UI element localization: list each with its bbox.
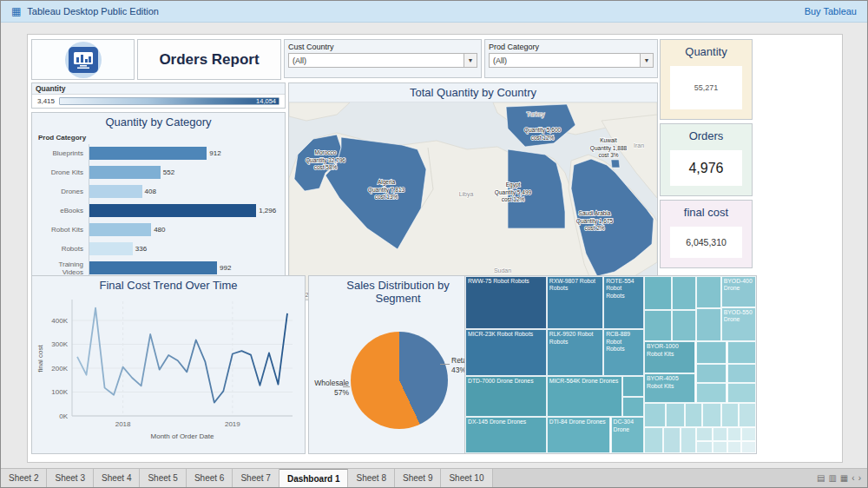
sheet-tab-sheet-6[interactable]: Sheet 6 [187,469,233,487]
cust-country-select[interactable]: (All) ▼ [288,53,477,68]
bar-mark[interactable] [89,261,217,274]
bar-value-label: 912 [209,149,220,157]
map-canvas[interactable]: MoroccoQuantity 32,796cost 58%AlgeriaQua… [289,102,657,300]
chart-title: Quantity by Category [32,113,285,131]
sheet-tab-bar: Sheet 2Sheet 3Sheet 4Sheet 5Sheet 6Sheet… [1,468,867,487]
chevron-down-icon[interactable]: ▼ [640,54,653,67]
treemap-tile-small[interactable] [644,427,663,453]
treemap-tile-small[interactable] [713,427,727,440]
treemap-tile[interactable]: ROTE-554 Robot Robots [603,276,644,329]
sheet-tab-sheet-4[interactable]: Sheet 4 [94,469,140,487]
prod-category-select[interactable]: (All) ▼ [489,53,654,68]
treemap-tile-small[interactable] [696,427,712,440]
kpi-value: 4,976 [688,161,723,176]
treemap-tile[interactable]: RLK-9920 Robot Robots [547,329,603,376]
bar-mark[interactable] [89,166,161,179]
treemap-tile-small[interactable] [663,427,681,453]
treemap-tile-small[interactable] [644,310,672,342]
show-tabs-icon[interactable]: ▦ [840,473,848,483]
filter-label: Prod Category [485,40,657,53]
app-title: Tableau Desktop Public Edition [27,6,159,16]
bar-value-label: 1,296 [259,207,276,214]
treemap-tile-small[interactable] [622,376,644,396]
pie-chart[interactable] [351,332,448,429]
treemap-tile-small[interactable] [622,397,644,417]
report-title-box: Orders Report [137,39,281,80]
sheet-tab-sheet-9[interactable]: Sheet 9 [395,469,441,487]
sheet-tab-sheet-7[interactable]: Sheet 7 [233,469,279,487]
buy-tableau-link[interactable]: Buy Tableau [805,6,857,16]
bar-mark[interactable] [89,204,256,217]
sheet-tab-dashboard-1[interactable]: Dashboard 1 [279,469,349,487]
sheet-tab-sheet-2[interactable]: Sheet 2 [1,469,47,487]
treemap-tile-small[interactable] [696,441,712,453]
treemap-tile-small[interactable] [666,403,685,428]
quantity-range-slider[interactable]: 14,054 [59,97,279,105]
treemap-tile[interactable]: RWW-75 Robot Robots [465,276,547,329]
treemap-tile-small[interactable] [672,276,696,310]
treemap-tile-small[interactable] [696,383,727,402]
map-placename: Sudan [494,267,511,274]
prev-sheet-icon[interactable]: ‹ [852,473,854,483]
treemap-tile[interactable]: DTI-84 Drone Drones [547,417,611,453]
treemap-tile[interactable]: DC-304 Drone [611,417,645,453]
treemap-tile[interactable]: BYOR-1000 Robot Kits [644,341,695,373]
treemap-tile-small[interactable] [727,341,757,364]
treemap-tile-small[interactable] [739,403,756,428]
kpi-value: 55,271 [694,83,719,92]
treemap-tile[interactable]: DTD-7000 Drone Drones [465,376,547,417]
treemap-tile-small[interactable] [741,441,756,453]
sheet-tab-sheet-8[interactable]: Sheet 8 [348,469,394,487]
treemap-tile-small[interactable] [713,441,727,453]
treemap-tile-small[interactable] [727,383,757,402]
treemap-tile[interactable]: RCB-889 Robot Robots [603,329,644,376]
bar-mark[interactable] [89,185,142,198]
next-sheet-icon[interactable]: › [858,473,861,483]
treemap-tile[interactable]: DX-145 Drone Drones [465,417,547,453]
treemap-tile[interactable]: MICR-564K Drone Drones [547,376,622,417]
treemap-tile-small[interactable] [727,441,742,453]
show-filmstrip-icon[interactable]: ▥ [828,473,836,483]
sheet-tab-sheet-3[interactable]: Sheet 3 [47,469,93,487]
treemap-tile-small[interactable] [696,308,720,342]
treemap-tile[interactable]: RXW-9807 Robot Robots [547,276,603,329]
bar-mark[interactable] [89,242,133,255]
treemap-tile-small[interactable] [672,310,696,342]
dashboard-logo [31,39,135,80]
map-country-annotation: Quantity 5,499 [495,188,532,195]
kpi-orders-card: Orders 4,976 [660,123,753,196]
treemap-tile-small[interactable] [696,364,727,383]
map-placename: Turkey [526,111,545,118]
treemap-tile[interactable]: MICR-23K Robot Robots [465,329,547,376]
treemap-tile[interactable]: BYOD-400 Drone [721,276,756,307]
treemap-tile-small[interactable] [685,403,702,428]
treemap-tile-small[interactable] [702,403,721,428]
treemap-tile[interactable]: BYOR-4005 Robot Kits [644,373,695,403]
treemap-tile[interactable]: BYOD-550 Drone [721,307,756,342]
treemap-tile-small[interactable] [696,276,720,308]
treemap-tile-small[interactable] [644,276,672,310]
sheet-tabs: Sheet 2Sheet 3Sheet 4Sheet 5Sheet 6Sheet… [1,469,493,487]
treemap-tile-small[interactable] [696,341,727,364]
cust-country-value: (All) [293,56,306,65]
sheet-tab-sheet-10[interactable]: Sheet 10 [441,469,492,487]
bar-mark[interactable] [89,147,207,160]
treemap-tile-small[interactable] [721,403,739,428]
show-sheet-sorter-icon[interactable]: ▤ [817,473,825,483]
bar-mark[interactable] [89,223,151,236]
final-cost-line[interactable] [77,308,287,403]
title-bar: ▦ Tableau Desktop Public Edition Buy Tab… [1,1,867,23]
country-kuwait[interactable] [611,160,620,168]
treemap-tile-small[interactable] [681,427,696,453]
filter-cust-country: Cust Country (All) ▼ [284,39,482,78]
chevron-down-icon[interactable]: ▼ [464,54,477,67]
treemap-tile-small[interactable] [741,427,756,440]
sheet-tab-sheet-5[interactable]: Sheet 5 [140,469,186,487]
category-label: Robots [38,245,89,253]
category-label: Drones [38,188,89,195]
treemap-tile-small[interactable] [727,364,757,383]
tabbar-icons: ▤ ▥ ▦ ‹ › [811,469,867,487]
map-country-annotation: Egypt [506,181,521,188]
treemap-tile-small[interactable] [727,427,742,440]
treemap-tile-small[interactable] [644,403,666,428]
